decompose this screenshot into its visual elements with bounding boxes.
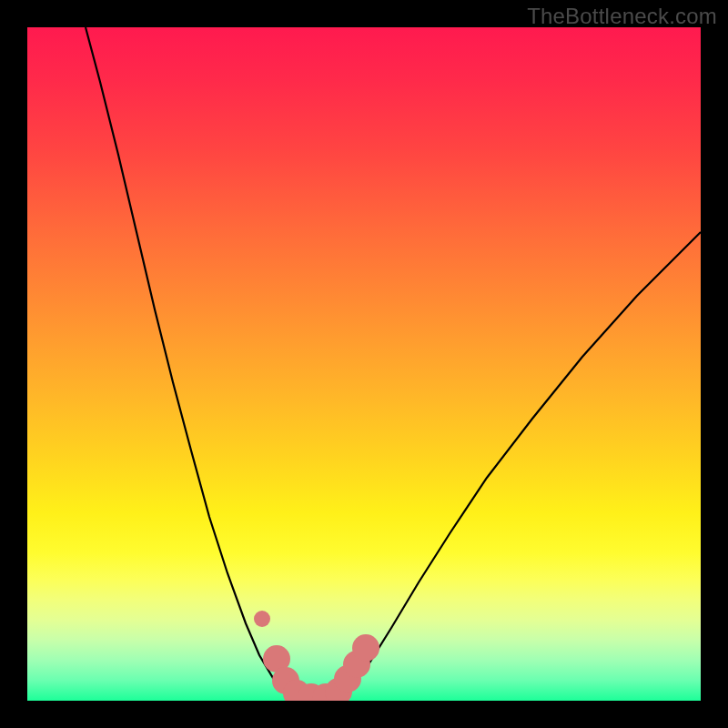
- curve-marker: [254, 611, 270, 627]
- chart-svg: [27, 27, 701, 701]
- chart-area: [27, 27, 701, 701]
- curve-left: [86, 27, 293, 699]
- curve-right: [337, 232, 701, 699]
- watermark-text: TheBottleneck.com: [527, 4, 717, 29]
- curve-marker: [352, 634, 379, 662]
- curve-markers: [254, 611, 379, 701]
